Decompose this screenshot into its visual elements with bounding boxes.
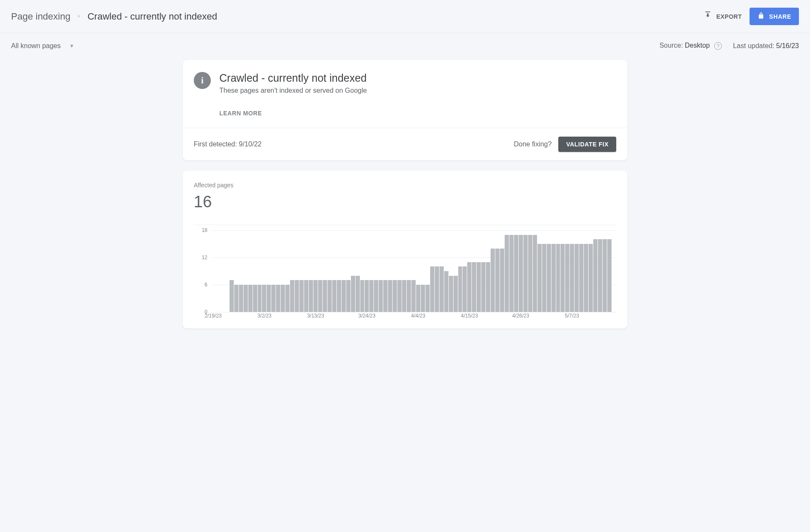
- chart-bar: [416, 285, 420, 312]
- updated-value: 5/16/23: [776, 42, 799, 49]
- chart-bar: [258, 285, 262, 312]
- issue-info-card: i Crawled - currently not indexed These …: [183, 60, 627, 160]
- chart-bar: [439, 266, 444, 312]
- filter-label: All known pages: [11, 42, 61, 50]
- validate-fix-button[interactable]: VALIDATE FIX: [558, 137, 616, 152]
- chart-bar: [542, 244, 546, 312]
- chart-bar: [360, 280, 365, 312]
- help-icon[interactable]: ?: [714, 42, 722, 50]
- chart-bar: [514, 235, 518, 312]
- chart-bar: [276, 285, 280, 312]
- chart-bar: [397, 280, 402, 312]
- chart-bar: [425, 285, 430, 312]
- page-filter-dropdown[interactable]: All known pages ▼: [11, 42, 74, 50]
- first-detected-value: 9/10/22: [239, 140, 261, 148]
- chart-bar: [556, 244, 560, 312]
- chart-x-tick: 4/4/23: [411, 313, 425, 319]
- chevron-down-icon: ▼: [69, 43, 75, 49]
- chart-gridline: [211, 312, 616, 312]
- chart-y-tick: 12: [194, 255, 207, 260]
- breadcrumb-root[interactable]: Page indexing: [11, 11, 70, 22]
- chart-bar: [523, 235, 528, 312]
- chart-value: 16: [194, 193, 616, 211]
- chart-bar: [547, 244, 551, 312]
- chart-bar: [323, 280, 327, 312]
- chart-bar: [393, 280, 397, 312]
- chart-bar: [462, 266, 467, 312]
- share-label: SHARE: [769, 13, 791, 20]
- chart-bar: [528, 235, 532, 312]
- chart-bar: [388, 280, 392, 312]
- chart-bar: [411, 280, 416, 312]
- chart-x-tick: 4/15/23: [461, 313, 478, 319]
- chart-bar: [407, 280, 411, 312]
- chart-bar: [304, 280, 308, 312]
- chart-bar: [509, 235, 514, 312]
- chart-x-tick: 3/2/23: [257, 313, 271, 319]
- chart-y-tick: 6: [194, 282, 207, 288]
- chart-bar: [430, 266, 434, 312]
- chart-bar: [267, 285, 271, 312]
- chart-bar: [383, 280, 388, 312]
- chart-bar: [598, 239, 602, 312]
- chart-bar: [449, 276, 453, 312]
- breadcrumb: Page indexing Crawled - currently not in…: [11, 11, 217, 22]
- chart-bar: [253, 285, 257, 312]
- chart-x-axis: 2/19/233/2/233/13/233/24/234/4/234/15/23…: [211, 313, 616, 321]
- chart-plot: [211, 230, 616, 312]
- done-fixing-text: Done fixing?: [514, 140, 551, 148]
- lock-icon: [757, 12, 765, 21]
- chart-bar: [593, 239, 597, 312]
- chart-bar: [342, 280, 346, 312]
- chart-x-tick: 4/26/23: [512, 313, 529, 319]
- chart-bar: [472, 262, 476, 312]
- subheader: All known pages ▼ Source: Desktop ? Last…: [0, 33, 810, 60]
- chart-bar: [603, 239, 607, 312]
- chart-bar: [467, 262, 471, 312]
- header-actions: EXPORT SHARE: [704, 8, 799, 25]
- chart-bar: [244, 285, 248, 312]
- share-button[interactable]: SHARE: [750, 8, 799, 25]
- chart-bar: [295, 280, 299, 312]
- chart-bar: [285, 285, 290, 312]
- chart-bar: [560, 244, 565, 312]
- chart-bar: [551, 244, 556, 312]
- chart-bar: [332, 280, 336, 312]
- chart-bar: [421, 285, 425, 312]
- chart-bar: [565, 244, 569, 312]
- chart-bar: [444, 271, 448, 312]
- chart-bar: [271, 285, 276, 312]
- chart-bar: [454, 276, 458, 312]
- chart-x-tick: 3/24/23: [359, 313, 376, 319]
- info-icon: i: [194, 72, 211, 89]
- chart-bar: [365, 280, 369, 312]
- chart-bar: [379, 280, 383, 312]
- chart-bar: [262, 285, 266, 312]
- chart-bar: [486, 262, 490, 312]
- chart-bar: [402, 280, 406, 312]
- chart-bar: [537, 244, 542, 312]
- chart-bar: [281, 285, 285, 312]
- chart-bar: [579, 244, 583, 312]
- chart-bar: [234, 285, 238, 312]
- export-button[interactable]: EXPORT: [704, 11, 742, 21]
- chart-bar: [607, 239, 612, 312]
- first-detected-text: First detected: 9/10/22: [194, 140, 261, 148]
- chart-bar: [327, 280, 332, 312]
- chart-bar: [309, 280, 313, 312]
- learn-more-link[interactable]: LEARN MORE: [219, 110, 262, 117]
- chart-bar: [491, 249, 495, 312]
- chart-x-tick: 3/13/23: [307, 313, 324, 319]
- breadcrumb-current: Crawled - currently not indexed: [87, 11, 217, 22]
- first-detected-prefix: First detected:: [194, 140, 239, 148]
- chart-bars: [211, 230, 616, 312]
- chart-area: 2/19/233/2/233/13/233/24/234/4/234/15/23…: [194, 225, 616, 322]
- download-icon: [704, 11, 712, 21]
- chart-bar: [356, 276, 360, 312]
- chart-bar: [584, 244, 588, 312]
- chart-bar: [477, 262, 481, 312]
- source-value: Desktop: [685, 42, 710, 49]
- page-header: Page indexing Crawled - currently not in…: [0, 0, 810, 33]
- chart-bar: [248, 285, 253, 312]
- chart-y-tick: 0: [194, 309, 207, 315]
